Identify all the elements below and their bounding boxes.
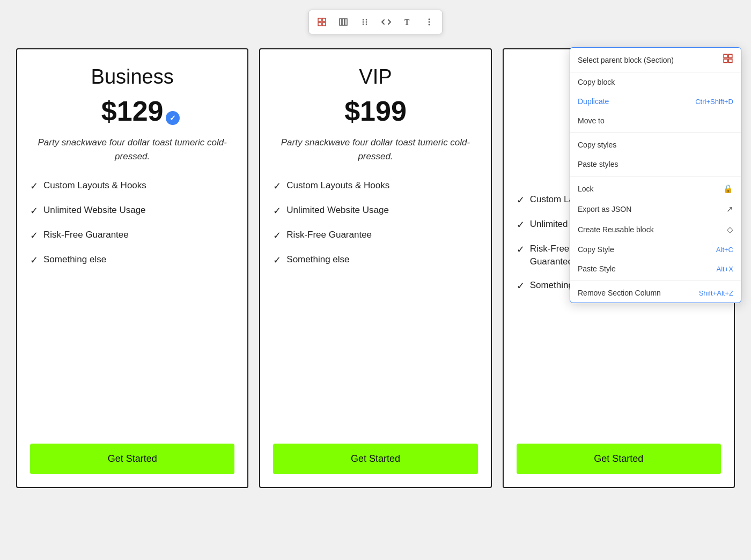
context-menu-divider-1 xyxy=(570,132,741,133)
context-menu-move-to[interactable]: Move to xyxy=(570,111,741,130)
select-parent-button[interactable] xyxy=(312,12,332,32)
feature-text: Risk-FreeGuarantee xyxy=(530,242,573,268)
list-item: ✓ Something else xyxy=(273,253,477,267)
context-menu-paste-style[interactable]: Paste Style Alt+X xyxy=(570,259,741,278)
context-menu-header-grid-icon[interactable] xyxy=(723,53,733,67)
drag-button[interactable] xyxy=(355,12,374,32)
svg-rect-3 xyxy=(322,23,326,26)
check-icon: ✓ xyxy=(517,218,525,232)
card-title-business: Business xyxy=(91,65,174,89)
copy-style-label: Copy Style xyxy=(578,245,614,254)
check-icon: ✓ xyxy=(273,229,281,242)
check-icon: ✓ xyxy=(273,254,281,267)
feature-text: Risk-Free Guarantee xyxy=(43,229,129,241)
block-toolbar: T xyxy=(308,10,443,34)
context-menu-duplicate[interactable]: Duplicate Ctrl+Shift+D xyxy=(570,92,741,111)
features-list-vip-1: ✓ Custom Layouts & Hooks ✓ Unlimited Web… xyxy=(273,179,477,278)
list-item: ✓ Risk-Free Guarantee xyxy=(273,229,477,242)
feature-text: Something else xyxy=(43,253,106,266)
svg-rect-19 xyxy=(724,59,727,63)
remove-column-shortcut: Shift+Alt+Z xyxy=(699,289,733,297)
context-menu-copy-styles[interactable]: Copy styles xyxy=(570,135,741,154)
check-icon: ✓ xyxy=(273,204,281,218)
svg-point-9 xyxy=(363,21,364,23)
check-icon: ✓ xyxy=(517,194,525,207)
context-menu-remove-column[interactable]: Remove Section Column Shift+Alt+Z xyxy=(570,283,741,303)
card-price-business: $129 ✓ xyxy=(101,95,164,127)
svg-point-8 xyxy=(366,19,367,21)
context-menu-copy-block[interactable]: Copy block xyxy=(570,72,741,92)
pricing-card-vip-1: VIP $199 Party snackwave four dollar toa… xyxy=(259,48,491,488)
feature-text: Unlimited Website Usage xyxy=(286,204,389,217)
svg-rect-20 xyxy=(728,59,732,63)
remove-column-label: Remove Section Column xyxy=(578,289,661,297)
svg-point-12 xyxy=(366,24,367,25)
feature-text: Something else xyxy=(286,253,349,266)
svg-text:T: T xyxy=(404,18,410,26)
cta-button-vip-1[interactable]: Get Started xyxy=(273,444,477,474)
lock-label: Lock xyxy=(578,185,594,193)
list-item: ✓ Unlimited Website Usage xyxy=(273,204,477,218)
card-title-vip-1: VIP xyxy=(359,65,392,89)
price-badge: ✓ xyxy=(166,111,180,125)
check-icon: ✓ xyxy=(30,254,38,267)
paste-styles-label: Paste styles xyxy=(578,160,618,168)
column-button[interactable] xyxy=(334,12,353,32)
feature-text: Custom Layouts & Hooks xyxy=(43,179,146,192)
duplicate-label: Duplicate xyxy=(578,97,609,106)
svg-point-14 xyxy=(429,19,430,20)
context-menu-divider-2 xyxy=(570,176,741,176)
diamond-icon: ◇ xyxy=(727,225,733,234)
list-item: ✓ Custom Layouts & Hooks xyxy=(273,179,477,193)
list-item: ✓ Risk-Free Guarantee xyxy=(30,229,234,242)
cta-button-business[interactable]: Get Started xyxy=(30,444,234,474)
context-menu-lock[interactable]: Lock 🔒 xyxy=(570,179,741,199)
text-icon: T xyxy=(403,17,413,27)
svg-rect-18 xyxy=(728,54,732,58)
svg-rect-6 xyxy=(345,19,347,25)
code-button[interactable] xyxy=(377,12,396,32)
cta-button-vip-2[interactable]: Get Started xyxy=(517,444,721,474)
list-item: ✓ Unlimited Website Usage xyxy=(30,204,234,218)
paste-style-shortcut: Alt+X xyxy=(717,265,733,273)
context-menu-export-json[interactable]: Export as JSON ↗ xyxy=(570,199,741,219)
create-reusable-label: Create Reusable block xyxy=(578,225,654,234)
check-icon: ✓ xyxy=(517,243,525,256)
check-icon: ✓ xyxy=(273,180,281,193)
more-button[interactable] xyxy=(419,12,439,32)
svg-rect-5 xyxy=(342,19,344,25)
column-icon xyxy=(338,17,348,27)
context-menu-divider-3 xyxy=(570,281,741,281)
check-icon: ✓ xyxy=(30,204,38,218)
svg-point-7 xyxy=(363,19,364,21)
features-list-business: ✓ Custom Layouts & Hooks ✓ Unlimited Web… xyxy=(30,179,234,278)
card-price-vip-1: $199 xyxy=(344,95,407,127)
check-icon: ✓ xyxy=(30,180,38,193)
context-menu-create-reusable[interactable]: Create Reusable block ◇ xyxy=(570,219,741,240)
svg-point-10 xyxy=(366,21,367,23)
export-json-label: Export as JSON xyxy=(578,205,631,213)
check-icon: ✓ xyxy=(517,279,525,293)
text-button[interactable]: T xyxy=(398,12,417,32)
svg-point-15 xyxy=(429,21,430,23)
copy-styles-label: Copy styles xyxy=(578,141,616,149)
feature-text: Risk-Free Guarantee xyxy=(286,229,372,241)
paste-style-label: Paste Style xyxy=(578,264,616,273)
lock-icon: 🔒 xyxy=(723,184,733,194)
card-description-vip-1: Party snackwave four dollar toast tumeri… xyxy=(273,136,477,164)
context-menu-copy-style[interactable]: Copy Style Alt+C xyxy=(570,240,741,259)
drag-icon xyxy=(360,17,370,27)
context-menu-paste-styles[interactable]: Paste styles xyxy=(570,154,741,174)
svg-rect-4 xyxy=(340,19,342,25)
context-menu-header: Select parent block (Section) xyxy=(570,48,741,72)
copy-block-label: Copy block xyxy=(578,78,615,86)
svg-rect-2 xyxy=(318,23,321,26)
code-icon xyxy=(381,17,391,27)
svg-rect-17 xyxy=(724,54,727,58)
svg-point-11 xyxy=(363,24,364,25)
feature-text: Unlimited Website Usage xyxy=(43,204,146,217)
copy-style-shortcut: Alt+C xyxy=(716,246,733,254)
more-icon xyxy=(424,17,434,27)
context-menu: Select parent block (Section) Copy block… xyxy=(570,47,741,303)
check-icon: ✓ xyxy=(30,229,38,242)
